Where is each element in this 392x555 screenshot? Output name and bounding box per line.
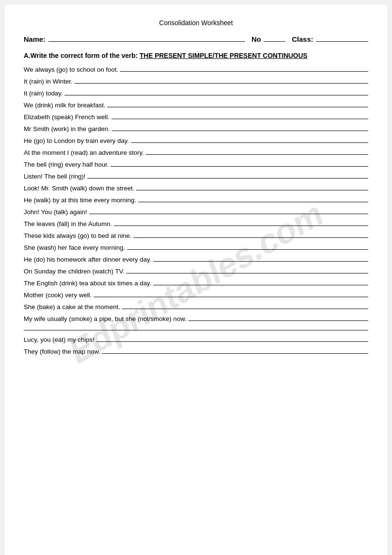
exercise-row: Mother (cook) very well. xyxy=(24,292,368,299)
exercise-text: We (drink) milk for breakfast. xyxy=(24,102,105,109)
exercise-text: At the moment I (read) an adventure stor… xyxy=(24,149,144,156)
worksheet-page: Edprintables.com Consolidation Worksheet… xyxy=(5,5,387,555)
exercise-text: Look! Mr. Smith (walk) down the street. xyxy=(24,185,134,192)
exercise-row: At the moment I (read) an adventure stor… xyxy=(24,149,368,156)
answer-line xyxy=(122,309,368,309)
section-a-title: A.Write the correct form of the verb: TH… xyxy=(24,52,368,59)
answer-line xyxy=(131,142,368,143)
exercise-row: We (drink) milk for breakfast. xyxy=(24,102,368,109)
section-a-underlined: THE PRESENT SIMPLE/THE PRESENT CONTINUOU… xyxy=(140,52,308,59)
exercise-text: Lucy, you (eat) my chips! xyxy=(24,336,94,343)
page-title: Consolidation Worksheet xyxy=(24,19,368,27)
exercise-text: He (go) to London by train every day. xyxy=(24,137,129,144)
answer-line xyxy=(153,261,368,262)
exercise-row: Listen! The bell (ring)! xyxy=(24,173,368,180)
exercise-row: The bell (ring) every half hour. xyxy=(24,161,368,168)
exercise-row: My wife usually (smoke) a pipe, but she … xyxy=(24,315,368,322)
answer-line xyxy=(89,214,368,214)
exercise-row: It (rain) today. xyxy=(24,90,368,97)
exercises-container: We always (go) to school on foot.It (rai… xyxy=(24,66,368,355)
exercise-row: They (follow) the map now. xyxy=(24,348,368,355)
exercise-text: My wife usually (smoke) a pipe, but she … xyxy=(24,315,187,322)
exercise-text: It (rain) in Winter. xyxy=(24,78,73,85)
exercise-row: She (bake) a cake at the moment. xyxy=(24,303,368,310)
exercise-row: These kids always (go) to bed at nine. xyxy=(24,232,368,239)
exercise-text: Mr Smith (work) in the garden. xyxy=(24,125,110,132)
answer-line xyxy=(127,249,368,250)
exercise-row: Look! Mr. Smith (walk) down the street. xyxy=(24,185,368,192)
exercise-row: We always (go) to school on foot. xyxy=(24,66,368,73)
section-divider xyxy=(24,330,368,330)
exercise-row: Mr Smith (work) in the garden. xyxy=(24,125,368,132)
answer-line xyxy=(188,320,368,321)
answer-line xyxy=(133,237,368,238)
answer-line xyxy=(102,353,368,354)
exercise-text: The English (drink) tea about six times … xyxy=(24,280,151,287)
exercise-row: On Sunday the children (watch) TV. xyxy=(24,268,368,275)
answer-line xyxy=(107,107,368,107)
answer-line xyxy=(75,83,368,84)
exercise-text: It (rain) today. xyxy=(24,90,63,97)
exercise-row: The leaves (fall) in the Autumn. xyxy=(24,220,368,227)
answer-line xyxy=(112,131,368,131)
exercise-text: She (wash) her face every morning. xyxy=(24,244,125,251)
exercise-text: The leaves (fall) in the Autumn. xyxy=(24,220,112,227)
exercise-text: We always (go) to school on foot. xyxy=(24,66,118,73)
exercise-text: They (follow) the map now. xyxy=(24,348,100,355)
answer-line xyxy=(111,166,368,167)
exercise-text: He (do) his homework after dinner every … xyxy=(24,256,151,263)
header-row: Name: No Class: xyxy=(24,35,368,43)
answer-line xyxy=(126,273,368,273)
exercise-row: He (go) to London by train every day. xyxy=(24,137,368,144)
exercise-text: She (bake) a cake at the moment. xyxy=(24,303,120,310)
answer-line xyxy=(114,226,368,226)
exercise-row: John! You (talk) again! xyxy=(24,208,368,216)
answer-line xyxy=(87,178,368,179)
exercise-text: John! You (talk) again! xyxy=(24,208,87,216)
name-label: Name: xyxy=(24,35,46,43)
exercise-row: Lucy, you (eat) my chips! xyxy=(24,336,368,343)
exercise-row: It (rain) in Winter. xyxy=(24,78,368,85)
class-label: Class: xyxy=(292,35,313,43)
answer-line xyxy=(136,190,368,190)
exercise-row: She (wash) her face every morning. xyxy=(24,244,368,251)
answer-line xyxy=(65,95,368,95)
exercise-row: The English (drink) tea about six times … xyxy=(24,280,368,287)
exercise-text: Elizabeth (speak) French well. xyxy=(24,113,110,121)
exercise-text: Mother (cook) very well. xyxy=(24,292,92,299)
answer-line xyxy=(112,119,368,119)
exercise-row: Elizabeth (speak) French well. xyxy=(24,113,368,121)
answer-line xyxy=(146,154,368,155)
no-line xyxy=(264,41,285,42)
exercise-text: Listen! The bell (ring)! xyxy=(24,173,85,180)
answer-line xyxy=(93,297,368,297)
no-label: No xyxy=(252,35,261,43)
exercise-text: On Sunday the children (watch) TV. xyxy=(24,268,124,275)
exercise-text: The bell (ring) every half hour. xyxy=(24,161,109,168)
class-line xyxy=(316,41,368,42)
name-line xyxy=(48,41,245,42)
exercise-row: He (walk) by at this time every morning. xyxy=(24,197,368,204)
exercise-row: He (do) his homework after dinner every … xyxy=(24,256,368,263)
answer-line xyxy=(96,341,368,342)
answer-line xyxy=(138,202,368,202)
exercise-text: He (walk) by at this time every morning. xyxy=(24,197,136,204)
answer-line xyxy=(120,71,368,72)
exercise-text: These kids always (go) to bed at nine. xyxy=(24,232,131,239)
answer-line xyxy=(153,285,368,285)
